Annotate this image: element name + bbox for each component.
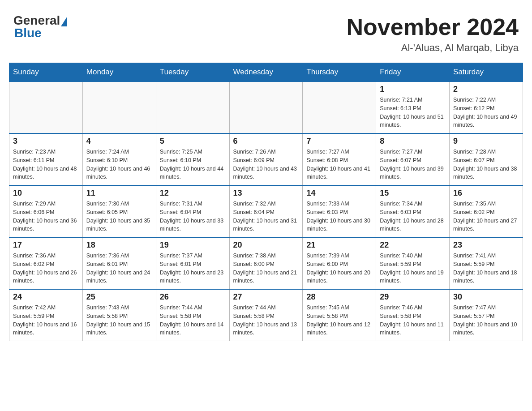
- day-info: Sunrise: 7:29 AM Sunset: 6:06 PM Dayligh…: [13, 200, 79, 233]
- calendar-cell: 28Sunrise: 7:45 AM Sunset: 5:58 PM Dayli…: [303, 289, 376, 341]
- day-info: Sunrise: 7:24 AM Sunset: 6:10 PM Dayligh…: [86, 148, 152, 181]
- day-number: 9: [453, 137, 519, 146]
- day-info: Sunrise: 7:22 AM Sunset: 6:12 PM Dayligh…: [453, 96, 519, 129]
- calendar-cell: 26Sunrise: 7:44 AM Sunset: 5:58 PM Dayli…: [156, 289, 229, 341]
- calendar-cell: 18Sunrise: 7:36 AM Sunset: 6:01 PM Dayli…: [82, 237, 156, 289]
- day-number: 27: [233, 292, 299, 302]
- week-row-1: 1Sunrise: 7:21 AM Sunset: 6:13 PM Daylig…: [9, 81, 523, 133]
- day-number: 22: [380, 240, 446, 250]
- day-info: Sunrise: 7:27 AM Sunset: 6:08 PM Dayligh…: [306, 148, 372, 181]
- weekday-header-sunday: Sunday: [9, 63, 83, 82]
- day-number: 12: [160, 188, 226, 198]
- day-number: 11: [86, 188, 152, 198]
- week-row-2: 3Sunrise: 7:23 AM Sunset: 6:11 PM Daylig…: [9, 133, 523, 185]
- day-info: Sunrise: 7:23 AM Sunset: 6:11 PM Dayligh…: [13, 148, 79, 181]
- day-info: Sunrise: 7:30 AM Sunset: 6:05 PM Dayligh…: [86, 200, 152, 233]
- logo: General Blue: [13, 13, 67, 40]
- day-number: 21: [306, 240, 372, 250]
- calendar-table: SundayMondayTuesdayWednesdayThursdayFrid…: [9, 63, 523, 341]
- day-info: Sunrise: 7:39 AM Sunset: 6:00 PM Dayligh…: [306, 252, 372, 285]
- title-block: November 2024 Al-'Aluas, Al Marqab, Liby…: [347, 13, 519, 54]
- weekday-header-row: SundayMondayTuesdayWednesdayThursdayFrid…: [9, 63, 523, 82]
- calendar-cell: 25Sunrise: 7:43 AM Sunset: 5:58 PM Dayli…: [82, 289, 156, 341]
- calendar-cell: 16Sunrise: 7:35 AM Sunset: 6:02 PM Dayli…: [450, 185, 523, 237]
- day-number: 24: [13, 292, 79, 302]
- day-info: Sunrise: 7:36 AM Sunset: 6:01 PM Dayligh…: [86, 252, 152, 285]
- day-number: 19: [160, 240, 226, 250]
- calendar-cell: 30Sunrise: 7:47 AM Sunset: 5:57 PM Dayli…: [450, 289, 523, 341]
- calendar-cell: 29Sunrise: 7:46 AM Sunset: 5:58 PM Dayli…: [376, 289, 450, 341]
- calendar-cell: 5Sunrise: 7:25 AM Sunset: 6:10 PM Daylig…: [156, 133, 229, 185]
- calendar-cell: [229, 81, 303, 133]
- page-header: General Blue November 2024 Al-'Aluas, Al…: [9, 9, 523, 54]
- day-info: Sunrise: 7:32 AM Sunset: 6:04 PM Dayligh…: [233, 200, 299, 233]
- day-info: Sunrise: 7:42 AM Sunset: 5:59 PM Dayligh…: [13, 304, 79, 337]
- calendar-cell: 22Sunrise: 7:40 AM Sunset: 5:59 PM Dayli…: [376, 237, 450, 289]
- day-info: Sunrise: 7:33 AM Sunset: 6:03 PM Dayligh…: [306, 200, 372, 233]
- calendar-cell: 23Sunrise: 7:41 AM Sunset: 5:59 PM Dayli…: [450, 237, 523, 289]
- day-info: Sunrise: 7:28 AM Sunset: 6:07 PM Dayligh…: [453, 148, 519, 181]
- day-info: Sunrise: 7:31 AM Sunset: 6:04 PM Dayligh…: [160, 200, 226, 233]
- day-info: Sunrise: 7:38 AM Sunset: 6:00 PM Dayligh…: [233, 252, 299, 285]
- logo-blue-text: Blue: [14, 26, 42, 40]
- day-number: 23: [453, 240, 519, 250]
- day-number: 16: [453, 188, 519, 198]
- day-number: 15: [380, 188, 446, 198]
- weekday-header-saturday: Saturday: [450, 63, 523, 82]
- day-info: Sunrise: 7:25 AM Sunset: 6:10 PM Dayligh…: [160, 148, 226, 181]
- day-number: 2: [453, 85, 519, 94]
- day-info: Sunrise: 7:21 AM Sunset: 6:13 PM Dayligh…: [380, 96, 446, 129]
- day-info: Sunrise: 7:43 AM Sunset: 5:58 PM Dayligh…: [86, 304, 152, 337]
- calendar-cell: 24Sunrise: 7:42 AM Sunset: 5:59 PM Dayli…: [9, 289, 83, 341]
- day-number: 18: [86, 240, 152, 250]
- day-number: 5: [160, 137, 226, 146]
- calendar-cell: [156, 81, 229, 133]
- day-info: Sunrise: 7:44 AM Sunset: 5:58 PM Dayligh…: [233, 304, 299, 337]
- day-number: 6: [233, 137, 299, 146]
- calendar-cell: 7Sunrise: 7:27 AM Sunset: 6:08 PM Daylig…: [303, 133, 376, 185]
- calendar-cell: 8Sunrise: 7:27 AM Sunset: 6:07 PM Daylig…: [376, 133, 450, 185]
- day-info: Sunrise: 7:36 AM Sunset: 6:02 PM Dayligh…: [13, 252, 79, 285]
- day-info: Sunrise: 7:26 AM Sunset: 6:09 PM Dayligh…: [233, 148, 299, 181]
- calendar-cell: 4Sunrise: 7:24 AM Sunset: 6:10 PM Daylig…: [82, 133, 156, 185]
- month-title: November 2024: [347, 13, 519, 40]
- calendar-cell: 19Sunrise: 7:37 AM Sunset: 6:01 PM Dayli…: [156, 237, 229, 289]
- logo-triangle-icon: [61, 17, 67, 26]
- calendar-cell: 3Sunrise: 7:23 AM Sunset: 6:11 PM Daylig…: [9, 133, 83, 185]
- day-info: Sunrise: 7:40 AM Sunset: 5:59 PM Dayligh…: [380, 252, 446, 285]
- day-number: 10: [13, 188, 79, 198]
- day-number: 17: [13, 240, 79, 250]
- calendar-cell: [82, 81, 156, 133]
- day-number: 4: [86, 137, 152, 146]
- day-info: Sunrise: 7:45 AM Sunset: 5:58 PM Dayligh…: [306, 304, 372, 337]
- calendar-cell: 15Sunrise: 7:34 AM Sunset: 6:03 PM Dayli…: [376, 185, 450, 237]
- calendar-cell: 14Sunrise: 7:33 AM Sunset: 6:03 PM Dayli…: [303, 185, 376, 237]
- weekday-header-tuesday: Tuesday: [156, 63, 229, 82]
- day-number: 28: [306, 292, 372, 302]
- weekday-header-thursday: Thursday: [303, 63, 376, 82]
- day-info: Sunrise: 7:27 AM Sunset: 6:07 PM Dayligh…: [380, 148, 446, 181]
- day-number: 3: [13, 137, 79, 146]
- day-info: Sunrise: 7:35 AM Sunset: 6:02 PM Dayligh…: [453, 200, 519, 233]
- day-info: Sunrise: 7:41 AM Sunset: 5:59 PM Dayligh…: [453, 252, 519, 285]
- weekday-header-friday: Friday: [376, 63, 450, 82]
- weekday-header-wednesday: Wednesday: [229, 63, 303, 82]
- day-info: Sunrise: 7:44 AM Sunset: 5:58 PM Dayligh…: [160, 304, 226, 337]
- day-info: Sunrise: 7:46 AM Sunset: 5:58 PM Dayligh…: [380, 304, 446, 337]
- location-title: Al-'Aluas, Al Marqab, Libya: [347, 42, 519, 54]
- calendar-cell: 13Sunrise: 7:32 AM Sunset: 6:04 PM Dayli…: [229, 185, 303, 237]
- day-info: Sunrise: 7:47 AM Sunset: 5:57 PM Dayligh…: [453, 304, 519, 337]
- calendar-cell: 27Sunrise: 7:44 AM Sunset: 5:58 PM Dayli…: [229, 289, 303, 341]
- day-number: 13: [233, 188, 299, 198]
- week-row-4: 17Sunrise: 7:36 AM Sunset: 6:02 PM Dayli…: [9, 237, 523, 289]
- calendar-cell: 6Sunrise: 7:26 AM Sunset: 6:09 PM Daylig…: [229, 133, 303, 185]
- week-row-3: 10Sunrise: 7:29 AM Sunset: 6:06 PM Dayli…: [9, 185, 523, 237]
- weekday-header-monday: Monday: [82, 63, 156, 82]
- calendar-cell: [9, 81, 83, 133]
- day-number: 30: [453, 292, 519, 302]
- day-number: 8: [380, 137, 446, 146]
- calendar-cell: 21Sunrise: 7:39 AM Sunset: 6:00 PM Dayli…: [303, 237, 376, 289]
- day-number: 14: [306, 188, 372, 198]
- calendar-cell: 17Sunrise: 7:36 AM Sunset: 6:02 PM Dayli…: [9, 237, 83, 289]
- calendar-cell: [303, 81, 376, 133]
